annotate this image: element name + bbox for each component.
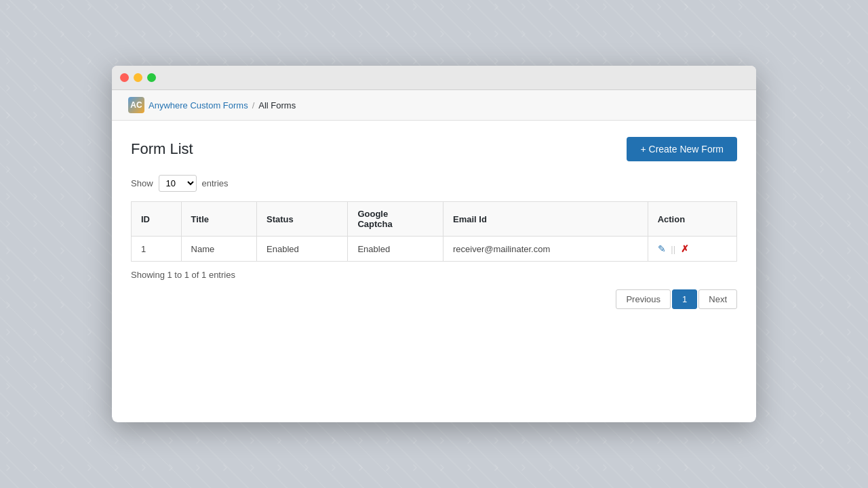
cell-email-id: receiver@mailinater.com — [443, 237, 648, 262]
entries-label: entries — [202, 178, 229, 188]
breadcrumb-separator: / — [252, 100, 255, 110]
col-header-id: ID — [132, 202, 182, 237]
col-header-google-captcha: GoogleCaptcha — [348, 202, 443, 237]
pagination: Previous 1 Next — [131, 289, 737, 309]
current-page-button[interactable]: 1 — [672, 289, 697, 309]
show-label: Show — [131, 178, 153, 188]
browser-content: AC Anywhere Custom Forms / All Forms For… — [112, 90, 756, 422]
browser-window: AC Anywhere Custom Forms / All Forms For… — [112, 66, 756, 422]
create-new-form-button[interactable]: + Create New Form — [627, 137, 737, 161]
edit-button[interactable]: ✎ — [658, 243, 666, 254]
minimize-button[interactable] — [134, 73, 142, 82]
page-title: Form List — [131, 140, 193, 158]
col-header-status: Status — [257, 202, 348, 237]
showing-entries-text: Showing 1 to 1 of 1 entries — [131, 270, 737, 280]
col-header-action: Action — [648, 202, 736, 237]
page-header: Form List + Create New Form — [131, 137, 737, 161]
delete-button[interactable]: ✗ — [681, 243, 689, 254]
breadcrumb-current: All Forms — [258, 100, 296, 110]
close-button[interactable] — [120, 73, 129, 82]
table-row: 1 Name Enabled Enabled receiver@mailinat… — [132, 237, 737, 262]
cell-id: 1 — [132, 237, 182, 262]
previous-page-button[interactable]: Previous — [616, 289, 671, 309]
col-header-title: Title — [181, 202, 257, 237]
action-separator: || — [671, 244, 677, 254]
breadcrumb-bar: AC Anywhere Custom Forms / All Forms — [112, 90, 756, 121]
plugin-icon: AC — [128, 97, 144, 113]
title-bar — [112, 66, 756, 90]
cell-status: Enabled — [257, 237, 348, 262]
cell-title: Name — [181, 237, 257, 262]
entries-per-page-select[interactable]: 10 25 50 100 — [159, 175, 197, 192]
breadcrumb-plugin-link[interactable]: Anywhere Custom Forms — [149, 100, 248, 110]
cell-google-captcha: Enabled — [348, 237, 443, 262]
table-header-row: ID Title Status GoogleCaptcha Email Id A… — [132, 202, 737, 237]
cell-action: ✎ || ✗ — [648, 237, 736, 262]
form-list-table: ID Title Status GoogleCaptcha Email Id A… — [131, 201, 737, 262]
next-page-button[interactable]: Next — [698, 289, 737, 309]
main-content: Form List + Create New Form Show 10 25 5… — [112, 121, 756, 325]
show-entries-control: Show 10 25 50 100 entries — [131, 175, 737, 192]
maximize-button[interactable] — [147, 73, 156, 82]
col-header-email-id: Email Id — [443, 202, 648, 237]
